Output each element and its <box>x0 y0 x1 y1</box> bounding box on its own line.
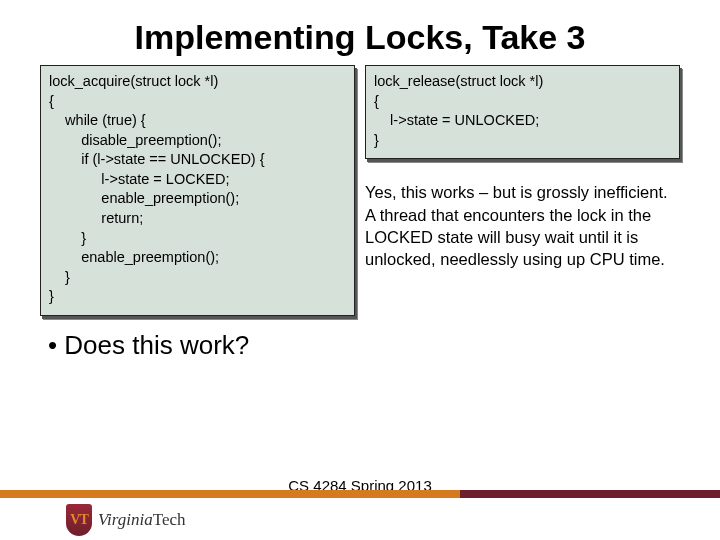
content-row: lock_acquire(struct lock *l) { while (tr… <box>0 65 720 361</box>
code-box-acquire: lock_acquire(struct lock *l) { while (tr… <box>40 65 355 316</box>
left-column: lock_acquire(struct lock *l) { while (tr… <box>40 65 355 361</box>
vt-monogram: VT <box>70 512 87 528</box>
slide: Implementing Locks, Take 3 lock_acquire(… <box>0 0 720 540</box>
logo-text-italic: Virginia <box>98 510 153 529</box>
bullet-question: • Does this work? <box>40 330 355 361</box>
footer-bar <box>0 490 720 498</box>
vt-logo: VT VirginiaTech <box>66 504 186 536</box>
logo-text: VirginiaTech <box>98 510 186 530</box>
analysis-text: Yes, this works – but is grossly ineffic… <box>365 181 680 270</box>
bar-maroon <box>460 490 720 498</box>
shield-icon: VT <box>66 504 92 536</box>
footer: CS 4284 Spring 2013 VT VirginiaTech <box>0 484 720 540</box>
right-column: lock_release(struct lock *l) { l->state … <box>365 65 680 361</box>
page-title: Implementing Locks, Take 3 <box>0 0 720 65</box>
logo-text-rest: Tech <box>153 510 186 529</box>
bar-orange <box>0 490 460 498</box>
code-box-release: lock_release(struct lock *l) { l->state … <box>365 65 680 159</box>
